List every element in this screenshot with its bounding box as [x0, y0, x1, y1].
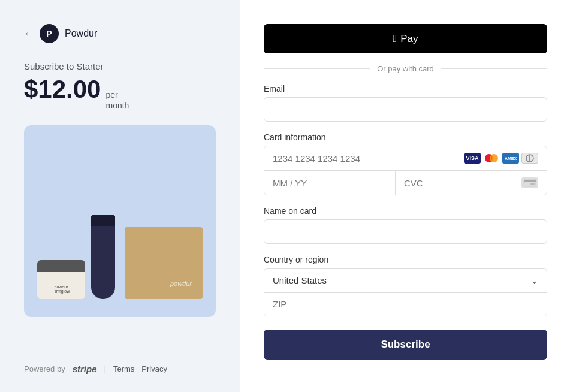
- diners-icon: [521, 153, 538, 164]
- cvc-card-icon: [521, 177, 538, 188]
- apple-pay-button[interactable]:  Pay: [264, 24, 547, 53]
- visa-icon: VISA: [464, 153, 481, 164]
- left-panel: ← P Powdur Subscribe to Starter $12.00 p…: [0, 0, 240, 392]
- card-info-box: VISA AMEX: [264, 146, 547, 195]
- or-divider: Or pay with card: [264, 64, 547, 73]
- brand-name: Powdur: [65, 28, 97, 39]
- card-bottom-row: [264, 171, 547, 195]
- country-region-box: United States ⌄: [264, 268, 547, 316]
- price-period: permonth: [105, 89, 129, 111]
- stripe-logo: stripe: [73, 364, 97, 374]
- email-input[interactable]: [264, 97, 547, 122]
- product-box: powdur: [125, 227, 203, 299]
- name-group: Name on card: [264, 206, 547, 244]
- name-input[interactable]: [264, 219, 547, 244]
- svg-rect-5: [524, 179, 536, 186]
- country-label: Country or region: [264, 255, 547, 264]
- svg-point-4: [526, 155, 530, 162]
- divider-text: Or pay with card: [377, 64, 434, 73]
- divider-line-right: [441, 68, 547, 69]
- country-value: United States: [273, 275, 531, 285]
- svg-rect-6: [524, 180, 536, 182]
- country-group: Country or region United States ⌄: [264, 255, 547, 316]
- footer: Powered by stripe | Terms Privacy: [24, 364, 216, 374]
- cvc-row: [396, 171, 547, 195]
- email-group: Email: [264, 84, 547, 122]
- card-info-group: Card information VISA AMEX: [264, 132, 547, 195]
- subscribe-button[interactable]: Subscribe: [264, 330, 547, 360]
- mastercard-icon: [483, 153, 500, 164]
- back-button[interactable]: ←: [24, 28, 34, 39]
- right-panel:  Pay Or pay with card Email Card inform…: [240, 0, 561, 392]
- brand-logo: P: [40, 24, 59, 43]
- brand-header: ← P Powdur: [24, 24, 216, 43]
- svg-rect-7: [530, 183, 535, 185]
- cvc-input[interactable]: [404, 178, 518, 188]
- expiry-input[interactable]: [264, 171, 396, 195]
- privacy-link[interactable]: Privacy: [141, 364, 167, 373]
- card-info-label: Card information: [264, 132, 547, 142]
- card-number-row: VISA AMEX: [264, 146, 547, 171]
- footer-divider: |: [104, 364, 106, 373]
- card-icons: VISA AMEX: [464, 153, 538, 164]
- apple-pay-label: Pay: [400, 33, 418, 45]
- divider-line-left: [264, 68, 370, 69]
- amex-icon: AMEX: [502, 153, 519, 164]
- product-jar: powdurFirmglow: [37, 260, 85, 299]
- price-row: $12.00 permonth: [24, 75, 216, 111]
- email-label: Email: [264, 84, 547, 94]
- name-label: Name on card: [264, 206, 547, 216]
- apple-icon: : [393, 32, 397, 45]
- price-amount: $12.00: [24, 75, 101, 104]
- country-selector[interactable]: United States ⌄: [264, 269, 547, 293]
- product-tube: [91, 215, 115, 299]
- card-number-input[interactable]: [273, 153, 458, 164]
- product-image: powdurFirmglow powdur: [24, 125, 216, 317]
- zip-input[interactable]: [264, 293, 547, 316]
- powered-by-text: Powered by: [24, 364, 65, 373]
- terms-link[interactable]: Terms: [113, 364, 134, 373]
- subscribe-label: Subscribe to Starter: [24, 61, 216, 71]
- chevron-down-icon: ⌄: [531, 276, 538, 285]
